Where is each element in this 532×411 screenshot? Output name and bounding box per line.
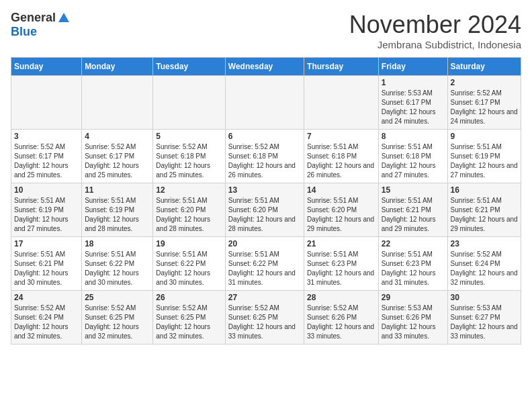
logo-icon (57, 11, 71, 25)
day-info-line: Daylight: 12 hours and 26 minutes. (307, 161, 375, 180)
day-info-line: Daylight: 12 hours and 29 minutes. (451, 215, 518, 234)
day-info-line: Sunset: 6:21 PM (14, 259, 79, 269)
day-info: Sunrise: 5:52 AMSunset: 6:18 PMDaylight:… (228, 142, 301, 180)
day-info-line: Daylight: 12 hours and 31 minutes. (382, 269, 445, 287)
weekday-header-sunday: Sunday (11, 58, 82, 76)
day-number: 18 (85, 239, 150, 248)
day-info-line: Sunrise: 5:51 AM (307, 142, 375, 152)
calendar-header-row: SundayMondayTuesdayWednesdayThursdayFrid… (11, 58, 521, 76)
day-number: 2 (451, 78, 518, 87)
calendar-day-cell: 25Sunrise: 5:52 AMSunset: 6:25 PMDayligh… (82, 291, 153, 345)
svg-marker-0 (58, 13, 69, 22)
calendar-week-row: 24Sunrise: 5:52 AMSunset: 6:24 PMDayligh… (11, 291, 521, 345)
day-info-line: Sunrise: 5:52 AM (228, 142, 301, 152)
day-info-line: Daylight: 12 hours and 32 minutes. (85, 322, 150, 341)
day-number: 17 (14, 239, 79, 248)
day-info: Sunrise: 5:51 AMSunset: 6:22 PMDaylight:… (85, 250, 150, 287)
calendar-day-cell: 22Sunrise: 5:51 AMSunset: 6:23 PMDayligh… (378, 237, 447, 291)
day-info-line: Daylight: 12 hours and 32 minutes. (156, 322, 222, 341)
day-info: Sunrise: 5:52 AMSunset: 6:26 PMDaylight:… (307, 304, 375, 341)
day-info-line: Sunset: 6:23 PM (382, 259, 445, 269)
day-info: Sunrise: 5:52 AMSunset: 6:25 PMDaylight:… (156, 304, 222, 341)
calendar-day-cell: 12Sunrise: 5:51 AMSunset: 6:20 PMDayligh… (153, 183, 225, 237)
calendar-day-cell: 29Sunrise: 5:53 AMSunset: 6:26 PMDayligh… (378, 291, 447, 345)
day-info: Sunrise: 5:52 AMSunset: 6:25 PMDaylight:… (228, 304, 301, 341)
day-info-line: Sunset: 6:17 PM (382, 98, 445, 107)
day-number: 28 (307, 293, 375, 302)
day-info: Sunrise: 5:52 AMSunset: 6:17 PMDaylight:… (85, 142, 150, 180)
day-info: Sunrise: 5:52 AMSunset: 6:24 PMDaylight:… (14, 304, 79, 341)
day-info-line: Daylight: 12 hours and 30 minutes. (85, 269, 150, 287)
day-info-line: Sunrise: 5:51 AM (382, 196, 445, 205)
calendar-day-cell: 19Sunrise: 5:51 AMSunset: 6:22 PMDayligh… (153, 237, 225, 291)
day-info: Sunrise: 5:51 AMSunset: 6:20 PMDaylight:… (156, 196, 222, 234)
calendar-day-cell: 30Sunrise: 5:53 AMSunset: 6:27 PMDayligh… (447, 291, 521, 345)
day-info-line: Sunrise: 5:51 AM (156, 196, 222, 205)
calendar-day-cell: 14Sunrise: 5:51 AMSunset: 6:20 PMDayligh… (304, 183, 379, 237)
title-section: November 2024 Jembrana Subdistrict, Indo… (349, 11, 521, 50)
day-info-line: Sunset: 6:18 PM (228, 152, 301, 161)
day-info-line: Daylight: 12 hours and 25 minutes. (85, 161, 150, 180)
day-info-line: Daylight: 12 hours and 28 minutes. (228, 215, 301, 234)
day-info-line: Daylight: 12 hours and 33 minutes. (228, 322, 301, 341)
calendar-day-cell: 23Sunrise: 5:52 AMSunset: 6:24 PMDayligh… (447, 237, 521, 291)
day-info-line: Sunset: 6:26 PM (307, 313, 375, 322)
day-number: 8 (382, 132, 445, 141)
day-number: 15 (382, 185, 445, 195)
calendar-week-row: 17Sunrise: 5:51 AMSunset: 6:21 PMDayligh… (11, 237, 521, 291)
day-info-line: Sunset: 6:18 PM (382, 152, 445, 161)
day-info-line: Sunset: 6:25 PM (156, 313, 222, 322)
calendar-day-cell: 21Sunrise: 5:51 AMSunset: 6:23 PMDayligh… (304, 237, 379, 291)
day-info-line: Sunrise: 5:51 AM (14, 250, 79, 259)
calendar-day-cell: 20Sunrise: 5:51 AMSunset: 6:22 PMDayligh… (225, 237, 304, 291)
day-number: 10 (14, 185, 79, 195)
calendar-day-cell: 2Sunrise: 5:52 AMSunset: 6:17 PMDaylight… (447, 76, 521, 130)
day-number: 30 (451, 293, 518, 302)
day-info-line: Daylight: 12 hours and 26 minutes. (228, 161, 301, 180)
empty-cell (225, 76, 304, 130)
calendar-day-cell: 16Sunrise: 5:51 AMSunset: 6:21 PMDayligh… (447, 183, 521, 237)
calendar-day-cell: 18Sunrise: 5:51 AMSunset: 6:22 PMDayligh… (82, 237, 153, 291)
day-info-line: Sunrise: 5:52 AM (451, 250, 518, 259)
day-info: Sunrise: 5:51 AMSunset: 6:18 PMDaylight:… (382, 142, 445, 180)
day-info-line: Sunrise: 5:51 AM (228, 250, 301, 259)
day-info-line: Sunset: 6:20 PM (156, 205, 222, 215)
day-info-line: Sunset: 6:20 PM (228, 205, 301, 215)
day-info: Sunrise: 5:51 AMSunset: 6:23 PMDaylight:… (382, 250, 445, 287)
day-info-line: Sunset: 6:24 PM (14, 313, 79, 322)
day-info-line: Daylight: 12 hours and 33 minutes. (451, 322, 518, 341)
calendar-day-cell: 11Sunrise: 5:51 AMSunset: 6:19 PMDayligh… (82, 183, 153, 237)
day-info: Sunrise: 5:51 AMSunset: 6:19 PMDaylight:… (451, 142, 518, 180)
day-number: 9 (451, 132, 518, 141)
day-info-line: Daylight: 12 hours and 28 minutes. (85, 215, 150, 234)
empty-cell (82, 76, 153, 130)
month-title: November 2024 (349, 11, 521, 39)
day-info-line: Sunrise: 5:51 AM (228, 196, 301, 205)
weekday-header-thursday: Thursday (304, 58, 379, 76)
day-info-line: Sunset: 6:18 PM (307, 152, 375, 161)
day-number: 27 (228, 293, 301, 302)
calendar-day-cell: 5Sunrise: 5:52 AMSunset: 6:18 PMDaylight… (153, 130, 225, 183)
day-info-line: Sunset: 6:25 PM (228, 313, 301, 322)
day-info-line: Sunset: 6:17 PM (451, 98, 518, 107)
day-info-line: Sunrise: 5:51 AM (451, 196, 518, 205)
day-info-line: Sunrise: 5:51 AM (85, 196, 150, 205)
day-info-line: Sunrise: 5:51 AM (156, 250, 222, 259)
day-number: 3 (14, 132, 79, 141)
day-info-line: Sunset: 6:21 PM (382, 205, 445, 215)
day-info-line: Sunset: 6:25 PM (85, 313, 150, 322)
logo-general-text: General (11, 11, 56, 25)
day-info-line: Daylight: 12 hours and 32 minutes. (14, 322, 79, 341)
day-number: 16 (451, 185, 518, 195)
empty-cell (11, 76, 82, 130)
day-number: 12 (156, 185, 222, 195)
day-info-line: Daylight: 12 hours and 30 minutes. (14, 269, 79, 287)
day-number: 7 (307, 132, 375, 141)
day-info: Sunrise: 5:51 AMSunset: 6:19 PMDaylight:… (14, 196, 79, 234)
day-number: 5 (156, 132, 222, 141)
day-info: Sunrise: 5:53 AMSunset: 6:17 PMDaylight:… (382, 89, 445, 126)
day-info: Sunrise: 5:52 AMSunset: 6:17 PMDaylight:… (14, 142, 79, 180)
weekday-header-friday: Friday (378, 58, 447, 76)
calendar-day-cell: 10Sunrise: 5:51 AMSunset: 6:19 PMDayligh… (11, 183, 82, 237)
calendar-day-cell: 6Sunrise: 5:52 AMSunset: 6:18 PMDaylight… (225, 130, 304, 183)
